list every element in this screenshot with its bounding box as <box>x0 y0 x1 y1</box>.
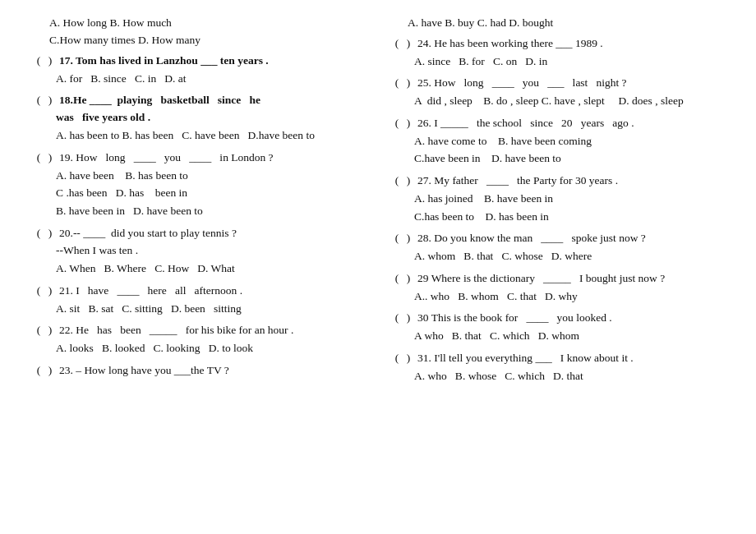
question-23-row: ( ) 23. – How long have you ___the TV ? <box>33 362 365 380</box>
q25-opt: A did , sleep B. do , sleep C. have , sl… <box>414 92 723 110</box>
top-option-1: A. How long B. How much <box>49 15 365 32</box>
top-option-2: C.How many times D. How many <box>49 32 365 49</box>
q28-text: 28. Do you know the man ____ spoke just … <box>417 230 646 247</box>
question-26-row: ( ) 26. I _____ the school since 20 year… <box>391 115 723 132</box>
q26-opt2: C.have been in D. have been to <box>414 150 723 168</box>
question-23: ( ) 23. – How long have you ___the TV ? <box>33 362 365 380</box>
question-24-row: ( ) 24. He has been working there ___ 19… <box>391 35 723 53</box>
q31-text: 31. I'll tell you everything ___ I know … <box>417 350 634 367</box>
question-24: ( ) 24. He has been working there ___ 19… <box>391 35 723 71</box>
paren-23-close: ) <box>44 362 56 380</box>
question-19: ( ) 19. How long ____ you ____ in London… <box>33 150 365 220</box>
q26-opt1: A. have come to B. have been coming <box>414 132 723 150</box>
paren-21-close: ) <box>44 283 56 300</box>
paren-29-open: ( <box>391 270 403 288</box>
question-20: ( ) 20.-- ____ did you start to play ten… <box>33 225 365 278</box>
paren-18-close: ) <box>44 92 56 109</box>
right-column: A. have B. buy C. had D. bought ( ) 24. … <box>378 15 731 389</box>
q31-opt: A. who B. whose C. which D. that <box>414 367 723 385</box>
question-29: ( ) 29 Where is the dictionary _____ I b… <box>391 270 723 306</box>
paren-31-close: ) <box>403 350 414 367</box>
question-28: ( ) 28. Do you know the man ____ spoke j… <box>391 230 723 265</box>
q19-opt1: A. have been B. has been to <box>56 167 365 185</box>
paren-19-open: ( <box>33 150 44 167</box>
paren-22-open: ( <box>33 322 44 339</box>
paren-27-open: ( <box>391 173 403 190</box>
paren-28-open: ( <box>391 230 403 247</box>
q19-opt3: B. have been in D. have been to <box>56 202 365 220</box>
top-options-right: A. have B. buy C. had D. bought <box>391 15 723 32</box>
question-31-row: ( ) 31. I'll tell you everything ___ I k… <box>391 350 723 367</box>
q22-text: 22. He has been _____ for his bike for a… <box>59 322 293 339</box>
q20-text: 20.-- ____ did you start to play tennis … <box>59 225 237 242</box>
paren-21-open: ( <box>33 283 44 300</box>
q29-opt: A.. who B. whom C. that D. why <box>414 288 723 306</box>
question-17: ( ) 17. Tom has lived in Lanzhou ___ ten… <box>33 53 365 88</box>
paren-30-open: ( <box>391 310 403 327</box>
paren-31-open: ( <box>391 350 403 367</box>
paren-27-close: ) <box>403 173 414 190</box>
q19-opt2: C .has been D. has been in <box>56 184 365 202</box>
question-21: ( ) 21. I have ____ here all afternoon .… <box>33 283 365 318</box>
q27-options: A. has joined B. have been in C.has been… <box>391 190 723 225</box>
question-28-row: ( ) 28. Do you know the man ____ spoke j… <box>391 230 723 247</box>
question-27-row: ( ) 27. My father ____ the Party for 30 … <box>391 173 723 190</box>
question-21-row: ( ) 21. I have ____ here all afternoon . <box>33 283 365 300</box>
paren-25-close: ) <box>403 75 414 92</box>
q22-options: A. looks B. looked C. looking D. to look <box>33 339 365 357</box>
q21-opt: A. sit B. sat C. sitting D. been sitting <box>56 300 365 318</box>
q26-options: A. have come to B. have been coming C.ha… <box>391 132 723 168</box>
q20-answer: --When I was ten . <box>56 242 365 260</box>
q30-opt: A who B. that C. which D. whom <box>414 327 723 345</box>
question-18: ( ) 18.He ____ playing basketball since … <box>33 92 365 144</box>
q25-text: 25. How long ____ you ___ last night ? <box>417 75 627 92</box>
q24-text: 24. He has been working there ___ 1989 . <box>417 35 603 53</box>
paren-17-open: ( <box>33 53 44 70</box>
question-30: ( ) 30 This is the book for ____ you loo… <box>391 310 723 345</box>
q20-options: --When I was ten . A. When B. Where C. H… <box>33 242 365 277</box>
q19-text: 19. How long ____ you ____ in London ? <box>59 150 274 167</box>
q18-opt: A. has been to B. has been C. have been … <box>56 127 365 145</box>
question-30-row: ( ) 30 This is the book for ____ you loo… <box>391 310 723 327</box>
q18-options: A. has been to B. has been C. have been … <box>33 127 365 145</box>
paren-24-close: ) <box>403 35 414 53</box>
q27-opt1: A. has joined B. have been in <box>414 190 723 208</box>
paren-29-close: ) <box>403 270 414 288</box>
paren-18-open: ( <box>33 92 44 109</box>
q17-opt: A. for B. since C. in D. at <box>56 70 365 88</box>
q27-opt2: C.has been to D. has been in <box>414 208 723 226</box>
q24-opt: A. since B. for C. on D. in <box>414 53 723 71</box>
q18-text: 18.He ____ playing basketball since he <box>59 92 260 109</box>
q21-options: A. sit B. sat C. sitting D. been sitting <box>33 300 365 318</box>
q24-options: A. since B. for C. on D. in <box>391 53 723 71</box>
q20-opt: A. When B. Where C. How D. What <box>56 260 365 278</box>
paren-25-open: ( <box>391 75 403 92</box>
question-25: ( ) 25. How long ____ you ___ last night… <box>391 75 723 110</box>
q18-text2: was five years old . <box>33 109 365 127</box>
question-20-row: ( ) 20.-- ____ did you start to play ten… <box>33 225 365 242</box>
paren-22-close: ) <box>44 322 56 339</box>
q30-text: 30 This is the book for ____ you looked … <box>417 310 612 327</box>
q23-text: 23. – How long have you ___the TV ? <box>59 362 229 380</box>
q28-opt: A. whom B. that C. whose D. where <box>414 247 723 265</box>
q17-text: 17. Tom has lived in Lanzhou ___ ten yea… <box>59 53 269 70</box>
paren-28-close: ) <box>403 230 414 247</box>
paren-24-open: ( <box>391 35 403 53</box>
paren-30-close: ) <box>403 310 414 327</box>
q31-options: A. who B. whose C. which D. that <box>391 367 723 385</box>
q21-text: 21. I have ____ here all afternoon . <box>59 283 242 300</box>
paren-17-close: ) <box>44 53 56 70</box>
question-26: ( ) 26. I _____ the school since 20 year… <box>391 115 723 168</box>
question-29-row: ( ) 29 Where is the dictionary _____ I b… <box>391 270 723 288</box>
question-31: ( ) 31. I'll tell you everything ___ I k… <box>391 350 723 385</box>
q30-options: A who B. that C. which D. whom <box>391 327 723 345</box>
q28-options: A. whom B. that C. whose D. where <box>391 247 723 265</box>
top-option-right-1: A. have B. buy C. had D. bought <box>408 15 723 32</box>
paren-20-open: ( <box>33 225 44 242</box>
left-column: A. How long B. How much C.How many times… <box>25 15 378 389</box>
question-17-row: ( ) 17. Tom has lived in Lanzhou ___ ten… <box>33 53 365 70</box>
question-22: ( ) 22. He has been _____ for his bike f… <box>33 322 365 357</box>
question-27: ( ) 27. My father ____ the Party for 30 … <box>391 173 723 225</box>
paren-20-close: ) <box>44 225 56 242</box>
q27-text: 27. My father ____ the Party for 30 year… <box>417 173 618 190</box>
